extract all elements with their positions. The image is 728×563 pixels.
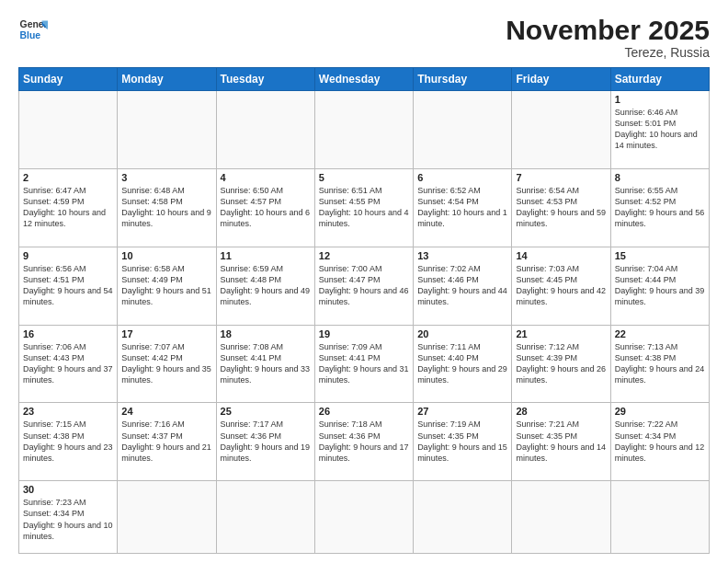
calendar-cell: 26Sunrise: 7:18 AM Sunset: 4:36 PM Dayli… [314,403,413,481]
day-info: Sunrise: 7:23 AM Sunset: 4:34 PM Dayligh… [23,497,113,542]
day-info: Sunrise: 6:58 AM Sunset: 4:49 PM Dayligh… [121,263,211,308]
day-number: 7 [516,172,606,183]
calendar-cell: 2Sunrise: 6:47 AM Sunset: 4:59 PM Daylig… [19,168,118,247]
day-number: 26 [319,406,409,417]
day-number: 29 [615,406,705,417]
calendar-cell: 11Sunrise: 6:59 AM Sunset: 4:48 PM Dayli… [216,247,314,325]
day-number: 15 [615,250,705,261]
calendar-cell: 21Sunrise: 7:12 AM Sunset: 4:39 PM Dayli… [512,325,610,403]
day-number: 6 [417,172,507,183]
day-number: 25 [221,406,311,417]
calendar-cell: 28Sunrise: 7:21 AM Sunset: 4:35 PM Dayli… [512,403,610,481]
calendar-cell: 29Sunrise: 7:22 AM Sunset: 4:34 PM Dayli… [610,403,709,481]
day-info: Sunrise: 7:06 AM Sunset: 4:43 PM Dayligh… [23,341,113,386]
day-number: 17 [121,328,211,339]
calendar-cell: 5Sunrise: 6:51 AM Sunset: 4:55 PM Daylig… [314,168,413,247]
day-info: Sunrise: 7:12 AM Sunset: 4:39 PM Dayligh… [516,341,606,386]
day-info: Sunrise: 7:11 AM Sunset: 4:40 PM Dayligh… [417,341,507,386]
day-info: Sunrise: 6:51 AM Sunset: 4:55 PM Dayligh… [319,185,409,230]
calendar-cell: 19Sunrise: 7:09 AM Sunset: 4:41 PM Dayli… [314,325,413,403]
calendar-cell [19,91,118,169]
calendar-cell: 27Sunrise: 7:19 AM Sunset: 4:35 PM Dayli… [414,403,512,481]
logo: General Blue [18,15,48,44]
calendar-cell [314,91,413,169]
location: Tereze, Russia [506,45,710,60]
day-info: Sunrise: 7:21 AM Sunset: 4:35 PM Dayligh… [516,419,606,464]
calendar-cell [414,481,512,554]
day-info: Sunrise: 7:18 AM Sunset: 4:36 PM Dayligh… [319,419,409,464]
day-number: 30 [23,484,113,495]
day-info: Sunrise: 6:48 AM Sunset: 4:58 PM Dayligh… [121,185,211,230]
day-number: 20 [417,328,507,339]
col-tuesday: Tuesday [216,68,314,91]
day-number: 4 [221,172,311,183]
calendar-cell: 13Sunrise: 7:02 AM Sunset: 4:46 PM Dayli… [414,247,512,325]
day-info: Sunrise: 7:07 AM Sunset: 4:42 PM Dayligh… [121,341,211,386]
day-info: Sunrise: 7:00 AM Sunset: 4:47 PM Dayligh… [319,263,409,308]
day-info: Sunrise: 6:46 AM Sunset: 5:01 PM Dayligh… [615,107,705,152]
calendar-table: Sunday Monday Tuesday Wednesday Thursday… [18,67,710,554]
page: General Blue November 2025 Tereze, Russi… [0,0,728,563]
day-number: 5 [319,172,409,183]
day-number: 27 [417,406,507,417]
day-number: 16 [23,328,113,339]
month-title: November 2025 [506,15,710,45]
day-info: Sunrise: 7:19 AM Sunset: 4:35 PM Dayligh… [417,419,507,464]
day-info: Sunrise: 7:13 AM Sunset: 4:38 PM Dayligh… [615,341,705,386]
calendar-cell: 16Sunrise: 7:06 AM Sunset: 4:43 PM Dayli… [19,325,118,403]
day-info: Sunrise: 7:08 AM Sunset: 4:41 PM Dayligh… [221,341,311,386]
calendar-cell [216,481,314,554]
day-info: Sunrise: 7:04 AM Sunset: 4:44 PM Dayligh… [615,263,705,308]
day-info: Sunrise: 7:09 AM Sunset: 4:41 PM Dayligh… [319,341,409,386]
calendar-cell: 22Sunrise: 7:13 AM Sunset: 4:38 PM Dayli… [610,325,709,403]
calendar-cell: 15Sunrise: 7:04 AM Sunset: 4:44 PM Dayli… [610,247,709,325]
day-number: 18 [221,328,311,339]
calendar-cell [610,481,709,554]
calendar-cell [216,91,314,169]
day-number: 1 [615,94,705,105]
day-number: 10 [121,250,211,261]
calendar-cell [118,481,216,554]
day-info: Sunrise: 7:16 AM Sunset: 4:37 PM Dayligh… [121,419,211,464]
calendar-cell: 17Sunrise: 7:07 AM Sunset: 4:42 PM Dayli… [118,325,216,403]
day-info: Sunrise: 6:54 AM Sunset: 4:53 PM Dayligh… [516,185,606,230]
calendar-cell: 24Sunrise: 7:16 AM Sunset: 4:37 PM Dayli… [118,403,216,481]
calendar-cell: 12Sunrise: 7:00 AM Sunset: 4:47 PM Dayli… [314,247,413,325]
calendar-cell: 3Sunrise: 6:48 AM Sunset: 4:58 PM Daylig… [118,168,216,247]
calendar-cell: 9Sunrise: 6:56 AM Sunset: 4:51 PM Daylig… [19,247,118,325]
calendar-cell: 7Sunrise: 6:54 AM Sunset: 4:53 PM Daylig… [512,168,610,247]
calendar-cell: 18Sunrise: 7:08 AM Sunset: 4:41 PM Dayli… [216,325,314,403]
day-number: 2 [23,172,113,183]
calendar-cell: 1Sunrise: 6:46 AM Sunset: 5:01 PM Daylig… [610,91,709,169]
day-number: 13 [417,250,507,261]
col-thursday: Thursday [414,68,512,91]
day-info: Sunrise: 7:15 AM Sunset: 4:38 PM Dayligh… [23,419,113,464]
calendar-cell: 4Sunrise: 6:50 AM Sunset: 4:57 PM Daylig… [216,168,314,247]
svg-text:Blue: Blue [20,30,41,40]
col-friday: Friday [512,68,610,91]
day-info: Sunrise: 6:55 AM Sunset: 4:52 PM Dayligh… [615,185,705,230]
calendar-cell [314,481,413,554]
calendar-cell [118,91,216,169]
day-number: 24 [121,406,211,417]
day-number: 22 [615,328,705,339]
calendar-cell: 20Sunrise: 7:11 AM Sunset: 4:40 PM Dayli… [414,325,512,403]
day-info: Sunrise: 7:02 AM Sunset: 4:46 PM Dayligh… [417,263,507,308]
day-number: 21 [516,328,606,339]
calendar-cell: 8Sunrise: 6:55 AM Sunset: 4:52 PM Daylig… [610,168,709,247]
day-number: 9 [23,250,113,261]
title-block: November 2025 Tereze, Russia [506,15,710,60]
day-number: 8 [615,172,705,183]
logo-icon: General Blue [18,15,48,44]
calendar-cell [414,91,512,169]
calendar-cell: 30Sunrise: 7:23 AM Sunset: 4:34 PM Dayli… [19,481,118,554]
day-info: Sunrise: 7:17 AM Sunset: 4:36 PM Dayligh… [221,419,311,464]
day-info: Sunrise: 7:03 AM Sunset: 4:45 PM Dayligh… [516,263,606,308]
day-number: 12 [319,250,409,261]
day-info: Sunrise: 7:22 AM Sunset: 4:34 PM Dayligh… [615,419,705,464]
day-number: 23 [23,406,113,417]
day-info: Sunrise: 6:59 AM Sunset: 4:48 PM Dayligh… [221,263,311,308]
calendar-header-row: Sunday Monday Tuesday Wednesday Thursday… [19,68,710,91]
day-number: 3 [121,172,211,183]
calendar-cell: 6Sunrise: 6:52 AM Sunset: 4:54 PM Daylig… [414,168,512,247]
